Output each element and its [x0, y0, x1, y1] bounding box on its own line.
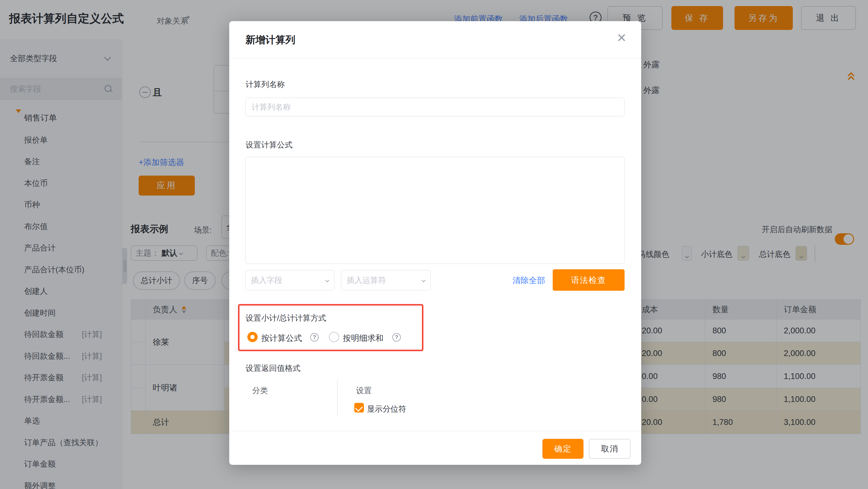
insert-field-select[interactable]: 插入字段	[245, 270, 334, 290]
chevron-down-icon	[325, 278, 329, 282]
column-divider	[337, 379, 338, 415]
close-icon[interactable]: ×	[617, 30, 626, 45]
calc-column-name-input[interactable]	[245, 97, 625, 116]
report-formula-page: 报表计算列自定义公式 对象关系 添加前置函数 添加后置函数 ? 预 览 保 存 …	[0, 0, 868, 489]
thousand-separator-label[interactable]: 显示分位符	[367, 404, 406, 414]
category-header: 分类	[252, 385, 268, 396]
help-icon[interactable]: ?	[310, 333, 319, 342]
modal-footer-divider	[229, 431, 641, 431]
radio-by-detail-sum-label[interactable]: 按明细求和	[343, 333, 383, 344]
return-format-label: 设置返回值格式	[246, 363, 301, 374]
radio-by-formula-label[interactable]: 按计算公式	[261, 333, 302, 344]
highlight-red-box	[238, 304, 424, 351]
clear-all-link[interactable]: 清除全部	[513, 275, 545, 286]
formula-label: 设置计算公式	[246, 140, 293, 150]
thousand-separator-checkbox[interactable]	[354, 403, 364, 412]
formula-editor[interactable]	[245, 157, 625, 264]
cancel-button[interactable]: 取消	[589, 439, 630, 459]
help-icon[interactable]: ?	[392, 333, 401, 342]
confirm-button[interactable]: 确定	[542, 439, 584, 459]
name-label: 计算列名称	[246, 79, 285, 90]
chevron-down-icon	[422, 278, 426, 282]
insert-operator-select[interactable]: 插入运算符	[341, 270, 431, 290]
modal-header-divider	[229, 58, 641, 58]
radio-by-detail-sum[interactable]	[329, 332, 339, 342]
modal-title: 新增计算列	[246, 33, 296, 47]
agg-mode-label: 设置小计/总计计算方式	[246, 313, 326, 323]
settings-header: 设置	[356, 385, 372, 396]
syntax-check-button[interactable]: 语法检查	[553, 269, 625, 291]
new-calc-column-modal: 新增计算列 × 计算列名称 设置计算公式 插入字段 插入运算符 清除全部 语法检…	[229, 21, 641, 465]
radio-by-formula[interactable]	[247, 332, 258, 342]
return-format-panel: 分类 设置 数值 显示分位符	[229, 379, 641, 415]
